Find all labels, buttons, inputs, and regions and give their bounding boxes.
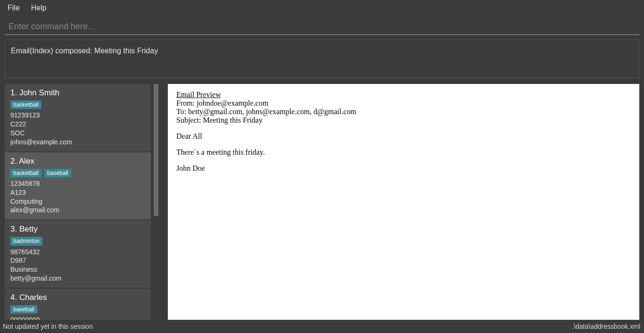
contact-title: 1. John Smith	[10, 88, 145, 99]
contact-email: johns@example.com	[10, 138, 145, 147]
contact-room: A123	[10, 188, 145, 197]
contact-card[interactable]: 1. John Smithbasketball91239123C222SOCjo…	[5, 84, 151, 151]
menu-help[interactable]: Help	[25, 2, 52, 14]
contact-room: D987	[10, 256, 145, 265]
contact-faculty: Computing	[10, 197, 145, 206]
tag: badminton	[10, 237, 42, 245]
status-left: Not updated yet in this session	[3, 323, 93, 330]
contact-title: 3. Betty	[10, 224, 145, 235]
preview-title: Email Preview	[176, 91, 631, 99]
contact-card[interactable]: 3. Bettybadminton98765432D987Businessbet…	[5, 220, 151, 288]
contact-faculty: SOC	[10, 129, 145, 138]
contact-tags: basketball	[10, 100, 145, 109]
tag: basketball	[10, 169, 41, 177]
tag: baseball	[44, 169, 71, 177]
contact-phone: 98765432	[10, 248, 145, 257]
contact-room: C222	[10, 120, 145, 129]
contact-list-panel: 1. John Smithbasketball91239123C222SOCjo…	[5, 84, 158, 320]
email-preview-panel: Email Preview From: johndoe@example.com …	[168, 84, 639, 320]
result-display: Email(Index) composed: Meeting this Frid…	[5, 40, 639, 78]
contact-phone: 00000000	[10, 316, 145, 320]
contact-card[interactable]: 2. Alexbasketballbaseball12345678A123Com…	[5, 152, 151, 220]
preview-from: From: johndoe@example.com	[176, 99, 631, 108]
contact-title: 4. Charles	[10, 292, 145, 303]
preview-signature: John Doe	[176, 164, 631, 173]
contact-tags: baseball	[10, 305, 145, 314]
contact-email: betty@gmail.com	[10, 274, 145, 283]
tag: basketball	[10, 100, 41, 109]
preview-subject: Subject: Meeting this Friday	[176, 116, 631, 125]
command-bar	[5, 19, 639, 35]
menu-file[interactable]: File	[2, 2, 25, 14]
status-right: .\data\addressbook.xml	[572, 323, 640, 330]
contact-list[interactable]: 1. John Smithbasketball91239123C222SOCjo…	[5, 84, 151, 320]
contact-card[interactable]: 4. Charlesbaseball00000000C345Science	[5, 289, 151, 320]
contact-phone: 91239123	[10, 111, 145, 120]
contact-faculty: Business	[10, 265, 145, 274]
preview-to: To: betty@gmail.com, johns@example.com, …	[176, 108, 631, 116]
contact-tags: badminton	[10, 237, 145, 245]
menubar: File Help	[0, 0, 644, 16]
command-input[interactable]	[5, 19, 639, 35]
preview-salutation: Dear All	[176, 132, 631, 141]
main-area: 1. John Smithbasketball91239123C222SOCjo…	[5, 84, 639, 320]
status-bar: Not updated yet in this session .\data\a…	[0, 320, 644, 333]
contact-title: 2. Alex	[10, 156, 145, 167]
tag: baseball	[10, 305, 37, 314]
scrollbar-thumb[interactable]	[154, 84, 158, 216]
preview-body: There`s a meeting this friday.	[176, 148, 631, 157]
contact-email: alex@gmail.com	[10, 206, 145, 215]
contact-tags: basketballbaseball	[10, 169, 145, 177]
contact-phone: 12345678	[10, 179, 145, 188]
